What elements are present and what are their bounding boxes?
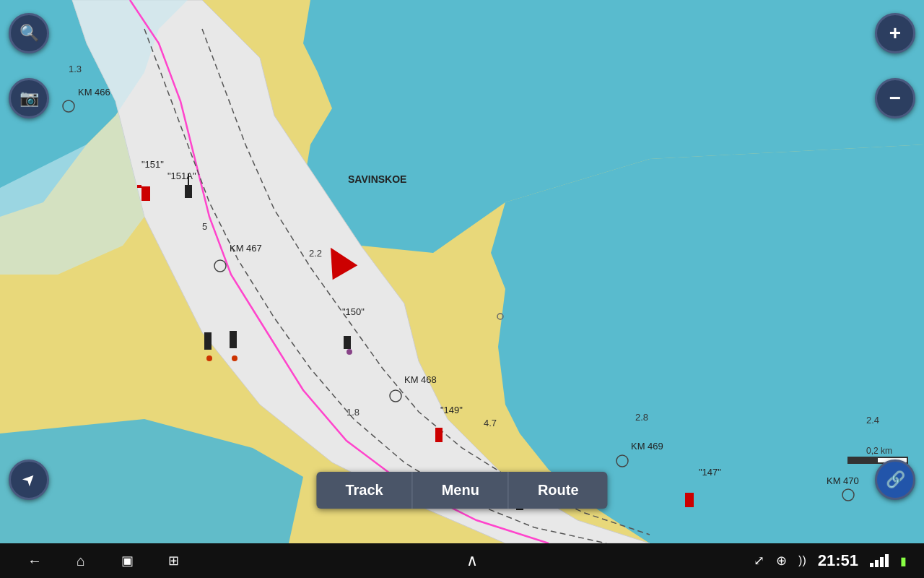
grid-button[interactable]: ⊞ — [156, 546, 191, 575]
svg-point-33 — [232, 355, 237, 361]
recent-button[interactable]: ▣ — [110, 546, 144, 575]
svg-point-32 — [206, 355, 212, 361]
svg-rect-26 — [141, 186, 150, 201]
svg-text:4.7: 4.7 — [484, 418, 497, 428]
search-button[interactable]: 🔍 — [9, 13, 49, 53]
zoom-out-button[interactable]: − — [875, 78, 915, 118]
svg-text:1.3: 1.3 — [69, 64, 82, 74]
svg-point-35 — [346, 349, 352, 355]
menu-button[interactable]: Menu — [413, 472, 509, 509]
compass-button[interactable]: ➤ — [9, 460, 49, 500]
svg-rect-36 — [435, 428, 443, 442]
svg-text:KM 467: KM 467 — [230, 243, 262, 254]
camera-icon: 📷 — [19, 89, 39, 108]
svg-rect-39 — [685, 493, 694, 507]
svg-text:"151": "151" — [141, 159, 164, 170]
svg-rect-31 — [230, 331, 237, 348]
svg-text:KM 466: KM 466 — [78, 87, 110, 98]
route-button[interactable]: Route — [509, 472, 608, 509]
svg-rect-30 — [204, 332, 212, 350]
svg-text:2.8: 2.8 — [635, 412, 648, 423]
compass-icon: ➤ — [17, 468, 40, 491]
nav-buttons: ← ⌂ ▣ ⊞ — [17, 546, 191, 575]
svg-text:KM 470: KM 470 — [827, 475, 859, 486]
svg-text:1.8: 1.8 — [346, 407, 359, 418]
svg-text:KM 469: KM 469 — [631, 441, 663, 452]
svg-text:2.2: 2.2 — [309, 248, 322, 259]
zoom-in-button[interactable]: + — [875, 13, 915, 53]
svg-text:"149": "149" — [440, 405, 463, 415]
search-icon: 🔍 — [19, 24, 39, 43]
minus-icon: − — [889, 87, 901, 110]
battery-icon: ▮ — [900, 554, 907, 568]
location-icon: ⊕ — [776, 553, 787, 569]
home-button[interactable]: ⌂ — [64, 546, 98, 575]
svg-rect-34 — [344, 336, 351, 349]
svg-rect-28 — [185, 185, 192, 198]
layers-button[interactable]: 🔗 — [875, 460, 915, 500]
plus-icon: + — [889, 22, 901, 45]
up-button[interactable]: ∧ — [455, 546, 489, 575]
svg-text:0,2 km: 0,2 km — [866, 446, 892, 456]
expand-icon: ⤢ — [754, 553, 764, 569]
wifi-icon: )) — [798, 554, 806, 567]
camera-button[interactable]: 📷 — [9, 78, 49, 118]
map-action-bar: Track Menu Route — [316, 472, 607, 509]
back-button[interactable]: ← — [17, 546, 52, 575]
signal-bars — [870, 554, 889, 567]
svg-text:KM 468: KM 468 — [404, 374, 437, 385]
status-icons-right: ⤢ ⊕ )) 21:51 ▮ — [754, 551, 907, 570]
svg-text:"147": "147" — [699, 467, 721, 478]
map-container: KM 466 KM 467 KM 468 KM 469 KM 470 SAVIN… — [0, 0, 924, 543]
map-svg: KM 466 KM 467 KM 468 KM 469 KM 470 SAVIN… — [0, 0, 924, 543]
clock: 21:51 — [818, 551, 858, 570]
svg-text:5: 5 — [202, 221, 207, 232]
svg-text:"151A": "151A" — [167, 171, 196, 181]
svg-text:"150": "150" — [342, 306, 365, 317]
svg-text:SAVINSKOE: SAVINSKOE — [348, 173, 406, 185]
track-button[interactable]: Track — [316, 472, 412, 509]
svg-rect-27 — [137, 185, 141, 188]
svg-text:2.4: 2.4 — [866, 415, 879, 426]
status-bar: ← ⌂ ▣ ⊞ ∧ ⤢ ⊕ )) 21:51 ▮ — [0, 543, 924, 578]
layers-icon: 🔗 — [886, 470, 905, 489]
svg-rect-41 — [848, 457, 878, 463]
